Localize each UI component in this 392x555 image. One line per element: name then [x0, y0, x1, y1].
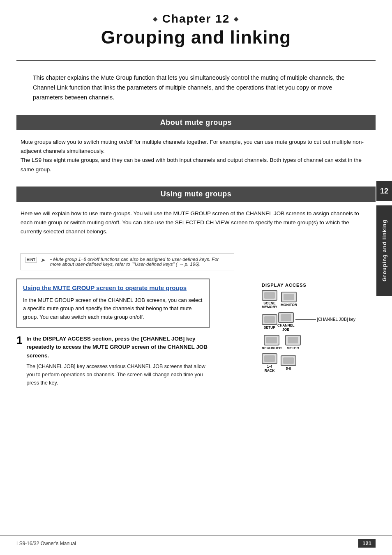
da-cell-channel-job: CHANNELJOB [277, 312, 295, 332]
monitor-key [281, 292, 297, 302]
da-row-2-wrap: SETUP CHANNELJOB [CHANNEL JOB] key [262, 312, 340, 332]
recorder-label: RECORDER [262, 346, 282, 350]
rack-1-4-key [262, 353, 277, 364]
da-cell-recorder: RECORDER [262, 335, 282, 350]
da-row-3: RECORDER METER [262, 335, 340, 350]
header-divider [16, 60, 376, 61]
rack-1-4-label: 1-4RACK [265, 365, 275, 373]
chapter-number-text: Chapter 12 [162, 12, 230, 25]
hint-box: HINT ➤ • Mute group 1–8 on/off functions… [21, 253, 234, 270]
footer-manual: LS9-16/32 Owner's Manual [16, 541, 76, 546]
key-inner [288, 337, 298, 343]
chapter-header: ◆ Chapter 12 ◆ Grouping and linking [0, 0, 392, 56]
subsection-intro: In the MUTE GROUP screen of the CHANNEL … [23, 296, 203, 322]
section1-body: Mute groups allow you to switch muting o… [0, 138, 392, 187]
key-inner [266, 337, 277, 343]
key-inner [281, 314, 291, 321]
setup-label: SETUP [264, 326, 275, 329]
channel-job-key [278, 312, 294, 323]
step-1-content: In the DISPLAY ACCESS section, press the… [26, 335, 210, 387]
display-access-label: DISPLAY ACCESS [262, 283, 340, 288]
meter-key [285, 335, 301, 345]
hint-label: HINT [25, 257, 37, 263]
subsection-box: Using the MUTE GROUP screen to operate m… [16, 279, 210, 328]
diamond-right: ◆ [234, 16, 239, 22]
callout-line [295, 319, 316, 320]
hint-text: • Mute group 1–8 on/off functions can al… [50, 257, 229, 267]
footer-page: 121 [358, 539, 376, 548]
step-1-number: 1 [16, 335, 22, 387]
recorder-key [264, 335, 279, 345]
key-5-8 [281, 355, 296, 366]
da-cell-setup: SETUP [262, 314, 277, 329]
key-inner [264, 316, 275, 323]
key-inner [264, 292, 275, 299]
key-inner [283, 357, 294, 364]
chapter-badge: 12 [376, 181, 392, 201]
step-1: 1 In the DISPLAY ACCESS section, press t… [16, 335, 210, 387]
section1-header: About mute groups [16, 115, 376, 130]
chapter-title: Grouping and linking [25, 27, 367, 48]
da-row-4: 1-4RACK 5-8 [262, 353, 340, 373]
key-inner [284, 294, 294, 300]
key-5-8-label: 5-8 [286, 367, 291, 371]
display-access-diagram: DISPLAY ACCESS SCENEMEMORY MONITOR [258, 283, 340, 376]
step-1-desc: The [CHANNEL JOB] key accesses various C… [26, 362, 210, 387]
diamond-left: ◆ [153, 16, 158, 22]
section2-body: Here we will explain how to use mute gro… [0, 209, 392, 249]
da-cell-scene-memory: SCENEMEMORY [262, 290, 277, 309]
da-cell-meter: METER [285, 335, 301, 350]
step-1-title: In the DISPLAY ACCESS section, press the… [26, 335, 210, 360]
da-cell-monitor: MONITOR [281, 292, 297, 307]
two-col-layout: Using the MUTE GROUP screen to operate m… [16, 279, 376, 393]
sidebar-tab: Grouping and linking [376, 205, 392, 296]
callout-wrap: [CHANNEL JOB] key [295, 317, 356, 322]
scene-memory-key [262, 290, 277, 301]
scene-memory-label: SCENEMEMORY [262, 302, 277, 309]
section1-body2: The LS9 has eight mute groups, and they … [21, 156, 371, 174]
da-row-1: SCENEMEMORY MONITOR [262, 290, 340, 309]
left-col: Using the MUTE GROUP screen to operate m… [16, 279, 218, 393]
da-cell-rack-1-4: 1-4RACK [262, 353, 277, 373]
hint-arrow-icon: ➤ [40, 257, 45, 263]
chapter-number: ◆ Chapter 12 ◆ [25, 12, 367, 25]
sidebar-label: Grouping and linking [381, 220, 387, 282]
footer: LS9-16/32 Owner's Manual 121 [0, 535, 392, 548]
subsection-title: Using the MUTE GROUP screen to operate m… [23, 283, 203, 292]
channel-job-label: CHANNELJOB [277, 324, 295, 332]
footer-right: 121 [358, 539, 376, 548]
page: ◆ Chapter 12 ◆ Grouping and linking This… [0, 0, 392, 555]
section1-body1: Mute groups allow you to switch muting o… [21, 138, 371, 156]
section2-body1: Here we will explain how to use mute gro… [21, 209, 371, 237]
meter-label: METER [287, 346, 299, 350]
monitor-label: MONITOR [281, 303, 297, 307]
right-col: DISPLAY ACCESS SCENEMEMORY MONITOR [218, 279, 376, 393]
setup-key [262, 314, 277, 325]
intro-text: This chapter explains the Mute Group fun… [0, 73, 392, 115]
da-cell-5-8: 5-8 [281, 355, 296, 371]
callout-text: [CHANNEL JOB] key [317, 317, 356, 322]
key-inner [264, 355, 275, 362]
section2-header: Using mute groups [16, 187, 376, 202]
